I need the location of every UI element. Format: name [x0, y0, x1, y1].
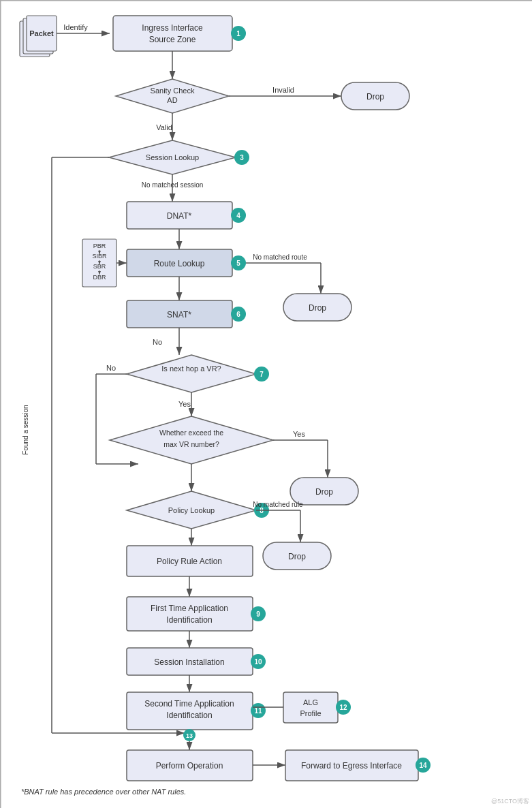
svg-text:Perform Operation: Perform Operation: [156, 761, 223, 771]
svg-text:1: 1: [236, 30, 240, 37]
svg-text:7: 7: [260, 371, 264, 378]
svg-rect-96: [127, 597, 253, 631]
svg-text:14: 14: [419, 762, 427, 769]
svg-text:Yes: Yes: [293, 430, 305, 438]
svg-text:Identify: Identify: [63, 23, 88, 31]
svg-text:SBR: SBR: [93, 263, 106, 270]
svg-text:Yes: Yes: [178, 400, 191, 408]
svg-text:Whether exceed the: Whether exceed the: [159, 429, 223, 437]
svg-text:ALG: ALG: [303, 698, 318, 706]
svg-text:First Time Application: First Time Application: [151, 604, 228, 613]
svg-text:Route Lookup: Route Lookup: [154, 259, 205, 268]
svg-text:PBR: PBR: [93, 243, 106, 249]
svg-text:Invalid: Invalid: [272, 86, 294, 94]
svg-text:*BNAT rule has precedence over: *BNAT rule has precedence over other NAT…: [21, 788, 186, 796]
svg-text:Identification: Identification: [166, 615, 212, 625]
svg-text:Drop: Drop: [309, 303, 326, 313]
svg-text:Is next hop a VR?: Is next hop a VR?: [161, 364, 221, 373]
svg-text:Profile: Profile: [300, 709, 321, 717]
svg-text:4: 4: [236, 212, 240, 219]
svg-text:No: No: [153, 338, 162, 346]
svg-text:No matched session: No matched session: [142, 181, 204, 189]
main-container: Packet Identify Ingress Interface Source…: [0, 0, 532, 808]
svg-text:Sanity Check: Sanity Check: [151, 87, 195, 95]
svg-text:SIBR: SIBR: [92, 253, 107, 260]
svg-text:Drop: Drop: [315, 487, 333, 497]
svg-text:Valid: Valid: [156, 123, 172, 131]
svg-text:Identification: Identification: [166, 711, 212, 720]
svg-text:12: 12: [339, 704, 347, 711]
svg-text:Session Installation: Session Installation: [154, 657, 224, 667]
svg-text:@51CTO博客: @51CTO博客: [491, 798, 529, 805]
svg-text:SNAT*: SNAT*: [167, 310, 191, 320]
svg-text:Second Time Application: Second Time Application: [144, 699, 234, 709]
svg-text:max VR number?: max VR number?: [163, 440, 219, 448]
flowchart-svg: Packet Identify Ingress Interface Source…: [1, 1, 532, 808]
svg-text:11: 11: [254, 707, 262, 715]
svg-text:DNAT*: DNAT*: [167, 211, 192, 221]
svg-text:6: 6: [236, 311, 240, 318]
svg-text:Drop: Drop: [288, 552, 306, 561]
svg-text:No matched rule: No matched rule: [253, 501, 303, 508]
svg-text:Policy  Lookup: Policy Lookup: [168, 506, 215, 514]
svg-text:Session Lookup: Session Lookup: [146, 153, 199, 161]
svg-text:DBR: DBR: [93, 274, 106, 281]
svg-text:Packet: Packet: [29, 29, 54, 37]
svg-text:13: 13: [186, 732, 193, 739]
svg-text:3: 3: [240, 154, 244, 161]
svg-rect-112: [283, 692, 338, 723]
svg-text:Ingress Interface: Ingress Interface: [142, 23, 203, 33]
svg-text:10: 10: [254, 658, 262, 666]
svg-rect-7: [113, 16, 232, 51]
svg-rect-0: [1, 1, 532, 808]
svg-text:Source Zone: Source Zone: [149, 35, 196, 44]
svg-text:5: 5: [236, 260, 240, 267]
svg-text:Found a session: Found a session: [22, 405, 29, 454]
svg-text:No matched route: No matched route: [253, 253, 307, 261]
svg-text:No: No: [106, 364, 116, 372]
svg-text:Drop: Drop: [366, 92, 384, 102]
svg-text:9: 9: [256, 610, 260, 618]
svg-text:Policy Rule Action: Policy Rule Action: [157, 557, 222, 566]
svg-text:Forward to Egress Interface: Forward to Egress Interface: [301, 761, 402, 771]
svg-text:AD: AD: [167, 96, 177, 104]
